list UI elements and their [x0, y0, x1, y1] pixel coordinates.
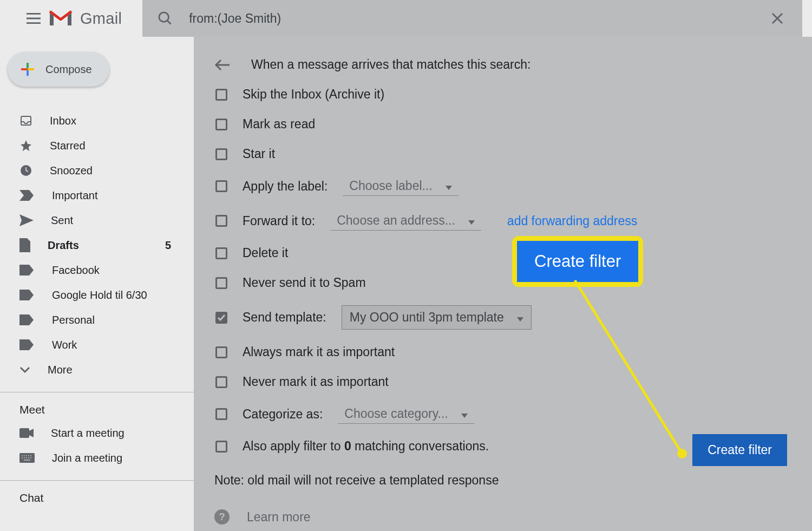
sidebar: Compose InboxStarredSnoozedImportantSent…	[0, 37, 194, 531]
star-icon	[19, 139, 32, 152]
sidebar-item-count: 5	[165, 239, 194, 252]
svg-point-0	[159, 12, 169, 22]
filter-option-checkbox[interactable]	[215, 180, 227, 192]
filter-option-row: Never send it to Spam	[215, 276, 787, 290]
sidebar-item-label: Starred	[50, 140, 86, 152]
svg-rect-3	[19, 428, 29, 438]
filter-note: Note: old mail will not receive a templa…	[214, 473, 787, 488]
search-input[interactable]	[189, 11, 751, 26]
sidebar-item-label: Inbox	[50, 115, 76, 127]
search-icon[interactable]	[158, 11, 173, 26]
meet-item-start-a-meeting[interactable]: Start a meeting	[0, 421, 194, 445]
filter-option-label: Apply the label:	[243, 179, 328, 194]
meet-item-label: Join a meeting	[52, 452, 122, 464]
sent-icon	[19, 214, 34, 226]
sidebar-item-starred[interactable]: Starred	[0, 133, 194, 158]
filter-option-checkbox[interactable]	[215, 89, 227, 101]
filter-option-dropdown[interactable]: My OOO until 3pm template	[342, 305, 532, 330]
plus-icon	[19, 61, 36, 77]
sidebar-item-facebook[interactable]: Facebook	[0, 258, 194, 283]
sidebar-item-personal[interactable]: Personal	[0, 307, 194, 332]
filter-option-checkbox[interactable]	[215, 408, 227, 420]
filter-option-checkbox[interactable]	[215, 148, 227, 160]
create-filter-panel: When a message arrives that matches this…	[194, 37, 812, 531]
filter-option-label: Never mark it as important	[243, 375, 389, 389]
gmail-logo[interactable]: Gmail	[49, 9, 122, 28]
filter-option-dropdown[interactable]: Choose label...	[343, 176, 458, 196]
filter-option-checkbox[interactable]	[215, 215, 227, 227]
inbox-icon	[19, 114, 32, 127]
main-menu-button[interactable]	[21, 5, 47, 31]
draft-icon	[19, 238, 30, 252]
meet-item-join-a-meeting[interactable]: Join a meeting	[0, 445, 194, 470]
filter-option-label: Also apply filter to 0 matching conversa…	[243, 439, 489, 454]
close-icon	[771, 12, 784, 25]
sidebar-item-inbox[interactable]: Inbox	[0, 108, 194, 133]
sidebar-item-snoozed[interactable]: Snoozed	[0, 158, 194, 183]
label-icon	[19, 339, 35, 350]
filter-option-row: Skip the Inbox (Archive it)	[215, 87, 787, 102]
filter-option-label: Mark as read	[243, 117, 315, 132]
filter-option-label: Skip the Inbox (Archive it)	[243, 87, 384, 102]
callout-label: Create filter	[517, 241, 638, 282]
dropdown-value: Choose category...	[344, 407, 448, 421]
sidebar-item-label: Personal	[52, 314, 95, 326]
hamburger-icon	[27, 13, 41, 24]
filter-option-row: Never mark it as important	[215, 375, 787, 389]
filter-option-dropdown[interactable]: Choose category...	[338, 404, 474, 424]
sidebar-item-label: Sent	[51, 214, 73, 227]
help-icon: ?	[214, 509, 230, 525]
caret-down-icon	[517, 310, 523, 325]
label-icon	[19, 290, 35, 300]
dropdown-value: My OOO until 3pm template	[350, 310, 504, 325]
filter-option-checkbox[interactable]	[215, 441, 227, 453]
caret-down-icon	[461, 407, 468, 421]
sidebar-item-sent[interactable]: Sent	[0, 208, 194, 233]
sidebar-item-label: More	[48, 364, 73, 376]
sidebar-item-drafts[interactable]: Drafts5	[0, 233, 194, 258]
filter-option-row: Categorize as:Choose category...	[215, 404, 787, 424]
filter-option-row: Always mark it as important	[215, 345, 787, 359]
filter-option-checkbox[interactable]	[215, 312, 227, 324]
label-icon	[19, 314, 35, 325]
close-search-button[interactable]	[768, 9, 787, 28]
sidebar-item-work[interactable]: Work	[0, 332, 194, 357]
create-filter-button[interactable]: Create filter	[692, 434, 787, 466]
filter-option-checkbox[interactable]	[215, 119, 227, 130]
chevron-down-icon	[19, 366, 30, 373]
filter-option-label: Always mark it as important	[243, 345, 395, 359]
add-forwarding-address-link[interactable]: add forwarding address	[507, 214, 637, 228]
filter-option-label: Categorize as:	[243, 407, 323, 422]
filter-option-checkbox[interactable]	[215, 376, 227, 388]
keyboard-icon	[19, 453, 35, 463]
caret-down-icon	[468, 213, 475, 228]
filter-option-checkbox[interactable]	[215, 277, 227, 289]
meet-item-label: Start a meeting	[51, 427, 125, 440]
filter-option-checkbox[interactable]	[215, 247, 227, 259]
filter-option-row: Forward it to:Choose an address... add f…	[215, 211, 787, 231]
filter-option-row: Star it	[215, 147, 787, 161]
camera-icon	[19, 428, 34, 438]
filter-panel-title: When a message arrives that matches this…	[251, 57, 531, 72]
filter-option-label: Send template:	[243, 310, 326, 325]
arrow-left-icon	[214, 58, 231, 71]
sidebar-item-important[interactable]: Important	[0, 183, 194, 208]
learn-more-link[interactable]: Learn more	[247, 510, 311, 525]
sidebar-item-more[interactable]: More	[0, 357, 194, 382]
sidebar-item-google-hold-til-6-30[interactable]: Google Hold til 6/30	[0, 283, 194, 307]
sidebar-item-label: Facebook	[52, 264, 100, 277]
filter-option-label: Star it	[243, 147, 275, 161]
filter-option-checkbox[interactable]	[215, 346, 227, 358]
filter-option-label: Delete it	[243, 246, 288, 260]
back-button[interactable]	[214, 58, 231, 71]
compose-label: Compose	[45, 63, 92, 76]
filter-option-label: Forward it to:	[243, 214, 315, 228]
compose-button[interactable]: Compose	[8, 52, 109, 87]
dropdown-value: Choose label...	[349, 179, 432, 193]
label-icon	[19, 265, 35, 276]
sidebar-item-label: Drafts	[48, 239, 79, 252]
meet-section-title: Meet	[0, 392, 194, 421]
sidebar-item-label: Important	[52, 189, 97, 202]
filter-option-dropdown[interactable]: Choose an address...	[330, 211, 481, 231]
filter-option-row: Mark as read	[215, 117, 787, 132]
